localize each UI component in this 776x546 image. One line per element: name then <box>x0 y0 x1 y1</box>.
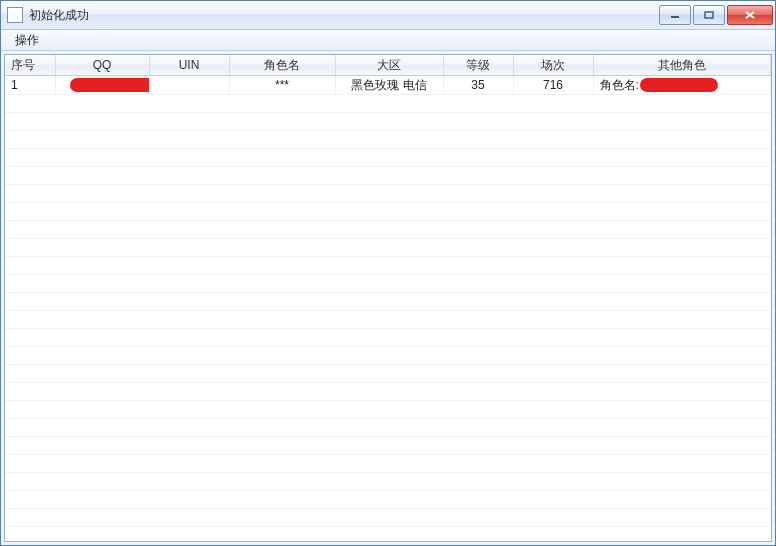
cell-uin <box>149 76 229 95</box>
minimize-icon <box>670 11 680 19</box>
redaction-mark <box>640 78 718 92</box>
cell-matches: 716 <box>513 76 593 95</box>
svg-rect-1 <box>705 12 713 18</box>
close-icon <box>744 10 756 20</box>
titlebar[interactable]: 初始化成功 <box>1 1 775 30</box>
close-button[interactable] <box>727 5 773 25</box>
cell-role-name: *** <box>229 76 335 95</box>
content-area: 序号 QQ UIN 角色名 大区 等级 场次 其他角色 1 <box>4 54 772 542</box>
cell-level: 35 <box>443 76 513 95</box>
cell-zone: 黑色玫瑰 电信 <box>335 76 443 95</box>
redaction-mark <box>70 78 150 92</box>
table-header-row: 序号 QQ UIN 角色名 大区 等级 场次 其他角色 <box>5 55 771 76</box>
window-title: 初始化成功 <box>29 7 659 24</box>
grid-background <box>5 95 771 541</box>
maximize-button[interactable] <box>693 5 725 25</box>
menu-operation[interactable]: 操作 <box>7 30 47 51</box>
menubar: 操作 <box>1 30 775 51</box>
cell-other-roles: 角色名: <box>593 76 771 95</box>
window-controls <box>659 5 773 25</box>
cell-qq <box>55 76 149 95</box>
minimize-button[interactable] <box>659 5 691 25</box>
cell-seq: 1 <box>5 76 55 95</box>
col-zone[interactable]: 大区 <box>335 55 443 76</box>
col-level[interactable]: 等级 <box>443 55 513 76</box>
table-row[interactable]: 1 *** 黑色玫瑰 电信 35 716 角色名: <box>5 76 771 95</box>
app-icon <box>7 7 23 23</box>
col-qq[interactable]: QQ <box>55 55 149 76</box>
col-matches[interactable]: 场次 <box>513 55 593 76</box>
data-table: 序号 QQ UIN 角色名 大区 等级 场次 其他角色 1 <box>5 55 771 95</box>
col-uin[interactable]: UIN <box>149 55 229 76</box>
app-window: 初始化成功 操作 <box>0 0 776 546</box>
other-roles-label: 角色名: <box>600 78 639 92</box>
col-seq[interactable]: 序号 <box>5 55 55 76</box>
col-other-roles[interactable]: 其他角色 <box>593 55 771 76</box>
maximize-icon <box>704 11 714 19</box>
col-role-name[interactable]: 角色名 <box>229 55 335 76</box>
